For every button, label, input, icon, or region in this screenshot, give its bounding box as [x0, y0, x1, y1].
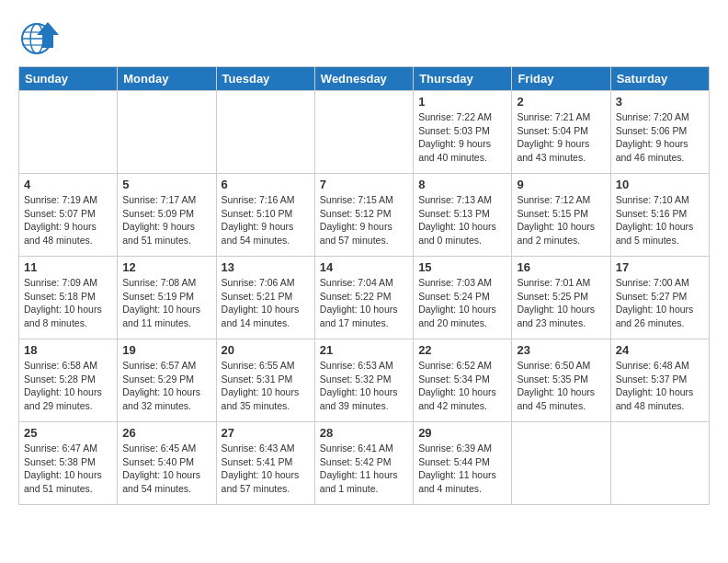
day-number: 19 [122, 343, 210, 357]
day-detail: Sunrise: 6:39 AM Sunset: 5:44 PM Dayligh… [418, 442, 506, 496]
calendar-cell: 4Sunrise: 7:19 AM Sunset: 5:07 PM Daylig… [19, 174, 118, 257]
logo [18, 15, 63, 59]
day-detail: Sunrise: 7:16 AM Sunset: 5:10 PM Dayligh… [222, 193, 310, 247]
calendar-cell: 25Sunrise: 6:47 AM Sunset: 5:38 PM Dayli… [19, 422, 118, 505]
calendar-cell: 5Sunrise: 7:17 AM Sunset: 5:09 PM Daylig… [118, 174, 216, 257]
day-number: 15 [418, 260, 506, 274]
day-number: 2 [517, 95, 605, 109]
calendar-cell: 7Sunrise: 7:15 AM Sunset: 5:12 PM Daylig… [314, 174, 413, 257]
calendar-cell: 14Sunrise: 7:04 AM Sunset: 5:22 PM Dayli… [314, 257, 413, 339]
day-number: 3 [616, 95, 704, 109]
calendar-cell: 12Sunrise: 7:08 AM Sunset: 5:19 PM Dayli… [118, 257, 216, 339]
day-number: 18 [24, 343, 112, 357]
day-number: 6 [222, 178, 310, 191]
calendar-cell [118, 91, 216, 174]
day-detail: Sunrise: 7:06 AM Sunset: 5:21 PM Dayligh… [222, 276, 310, 330]
calendar-cell [512, 422, 610, 505]
day-detail: Sunrise: 6:55 AM Sunset: 5:31 PM Dayligh… [222, 359, 310, 413]
day-number: 24 [616, 343, 704, 357]
calendar-cell: 13Sunrise: 7:06 AM Sunset: 5:21 PM Dayli… [216, 257, 314, 339]
day-detail: Sunrise: 7:21 AM Sunset: 5:04 PM Dayligh… [517, 110, 605, 165]
day-number: 27 [222, 426, 310, 440]
day-number: 1 [418, 95, 506, 109]
calendar-cell: 8Sunrise: 7:13 AM Sunset: 5:13 PM Daylig… [414, 174, 512, 257]
page-container: SundayMondayTuesdayWednesdayThursdayFrid… [0, 0, 728, 520]
weekday-header-tuesday: Tuesday [216, 67, 314, 91]
calendar-cell [314, 91, 413, 174]
week-row-5: 25Sunrise: 6:47 AM Sunset: 5:38 PM Dayli… [19, 422, 710, 505]
day-detail: Sunrise: 6:41 AM Sunset: 5:42 PM Dayligh… [320, 442, 408, 496]
calendar-cell: 27Sunrise: 6:43 AM Sunset: 5:41 PM Dayli… [216, 422, 314, 505]
day-number: 22 [418, 343, 506, 357]
calendar-cell: 26Sunrise: 6:45 AM Sunset: 5:40 PM Dayli… [118, 422, 216, 505]
calendar-cell: 11Sunrise: 7:09 AM Sunset: 5:18 PM Dayli… [19, 257, 118, 339]
day-detail: Sunrise: 7:01 AM Sunset: 5:25 PM Dayligh… [517, 276, 605, 330]
calendar-cell: 10Sunrise: 7:10 AM Sunset: 5:16 PM Dayli… [610, 174, 709, 257]
calendar-cell: 21Sunrise: 6:53 AM Sunset: 5:32 PM Dayli… [314, 339, 413, 422]
weekday-header-saturday: Saturday [610, 67, 709, 91]
week-row-2: 4Sunrise: 7:19 AM Sunset: 5:07 PM Daylig… [19, 174, 710, 257]
day-detail: Sunrise: 7:03 AM Sunset: 5:24 PM Dayligh… [418, 276, 506, 330]
day-number: 20 [222, 343, 310, 357]
day-detail: Sunrise: 7:09 AM Sunset: 5:18 PM Dayligh… [24, 276, 112, 330]
weekday-header-sunday: Sunday [19, 67, 118, 91]
calendar-cell: 18Sunrise: 6:58 AM Sunset: 5:28 PM Dayli… [19, 339, 118, 422]
day-detail: Sunrise: 7:22 AM Sunset: 5:03 PM Dayligh… [418, 110, 506, 165]
day-detail: Sunrise: 7:00 AM Sunset: 5:27 PM Dayligh… [616, 276, 704, 330]
weekday-header-wednesday: Wednesday [314, 67, 413, 91]
weekday-header-friday: Friday [512, 67, 610, 91]
calendar-cell: 9Sunrise: 7:12 AM Sunset: 5:15 PM Daylig… [512, 174, 610, 257]
day-detail: Sunrise: 7:08 AM Sunset: 5:19 PM Dayligh… [122, 276, 210, 330]
calendar-cell: 2Sunrise: 7:21 AM Sunset: 5:04 PM Daylig… [512, 91, 610, 174]
day-detail: Sunrise: 7:10 AM Sunset: 5:16 PM Dayligh… [616, 193, 704, 247]
day-detail: Sunrise: 7:15 AM Sunset: 5:12 PM Dayligh… [320, 193, 408, 247]
calendar-cell [19, 91, 118, 174]
week-row-4: 18Sunrise: 6:58 AM Sunset: 5:28 PM Dayli… [19, 339, 710, 422]
calendar-cell: 17Sunrise: 7:00 AM Sunset: 5:27 PM Dayli… [610, 257, 709, 339]
calendar-cell: 1Sunrise: 7:22 AM Sunset: 5:03 PM Daylig… [414, 91, 512, 174]
calendar-table: SundayMondayTuesdayWednesdayThursdayFrid… [18, 66, 710, 505]
calendar-cell: 3Sunrise: 7:20 AM Sunset: 5:06 PM Daylig… [610, 91, 709, 174]
calendar-cell: 16Sunrise: 7:01 AM Sunset: 5:25 PM Dayli… [512, 257, 610, 339]
week-row-1: 1Sunrise: 7:22 AM Sunset: 5:03 PM Daylig… [19, 91, 710, 174]
day-number: 25 [24, 426, 112, 440]
day-number: 10 [616, 178, 704, 191]
day-number: 21 [320, 343, 408, 357]
calendar-cell: 28Sunrise: 6:41 AM Sunset: 5:42 PM Dayli… [314, 422, 413, 505]
day-detail: Sunrise: 7:19 AM Sunset: 5:07 PM Dayligh… [24, 193, 112, 247]
day-number: 14 [320, 260, 408, 274]
day-detail: Sunrise: 7:04 AM Sunset: 5:22 PM Dayligh… [320, 276, 408, 330]
day-detail: Sunrise: 6:53 AM Sunset: 5:32 PM Dayligh… [320, 359, 408, 413]
day-number: 29 [418, 426, 506, 440]
day-number: 12 [122, 260, 210, 274]
day-detail: Sunrise: 6:52 AM Sunset: 5:34 PM Dayligh… [418, 359, 506, 413]
day-number: 5 [122, 178, 210, 191]
day-detail: Sunrise: 6:43 AM Sunset: 5:41 PM Dayligh… [222, 442, 310, 496]
day-detail: Sunrise: 6:50 AM Sunset: 5:35 PM Dayligh… [517, 359, 605, 413]
day-detail: Sunrise: 6:58 AM Sunset: 5:28 PM Dayligh… [24, 359, 112, 413]
day-detail: Sunrise: 6:48 AM Sunset: 5:37 PM Dayligh… [616, 359, 704, 413]
day-number: 23 [517, 343, 605, 357]
calendar-cell: 15Sunrise: 7:03 AM Sunset: 5:24 PM Dayli… [414, 257, 512, 339]
calendar-cell [216, 91, 314, 174]
weekday-header-row: SundayMondayTuesdayWednesdayThursdayFrid… [19, 67, 710, 91]
day-number: 26 [122, 426, 210, 440]
weekday-header-monday: Monday [118, 67, 216, 91]
calendar-cell: 23Sunrise: 6:50 AM Sunset: 5:35 PM Dayli… [512, 339, 610, 422]
calendar-cell: 22Sunrise: 6:52 AM Sunset: 5:34 PM Dayli… [414, 339, 512, 422]
week-row-3: 11Sunrise: 7:09 AM Sunset: 5:18 PM Dayli… [19, 257, 710, 339]
calendar-cell: 6Sunrise: 7:16 AM Sunset: 5:10 PM Daylig… [216, 174, 314, 257]
day-number: 4 [24, 178, 112, 191]
day-number: 16 [517, 260, 605, 274]
day-detail: Sunrise: 7:17 AM Sunset: 5:09 PM Dayligh… [122, 193, 210, 247]
day-number: 9 [517, 178, 605, 191]
day-number: 8 [418, 178, 506, 191]
calendar-cell [610, 422, 709, 505]
header [18, 15, 710, 59]
day-detail: Sunrise: 6:45 AM Sunset: 5:40 PM Dayligh… [122, 442, 210, 496]
day-number: 17 [616, 260, 704, 274]
day-detail: Sunrise: 7:12 AM Sunset: 5:15 PM Dayligh… [517, 193, 605, 247]
day-number: 13 [222, 260, 310, 274]
weekday-header-thursday: Thursday [414, 67, 512, 91]
day-number: 7 [320, 178, 408, 191]
